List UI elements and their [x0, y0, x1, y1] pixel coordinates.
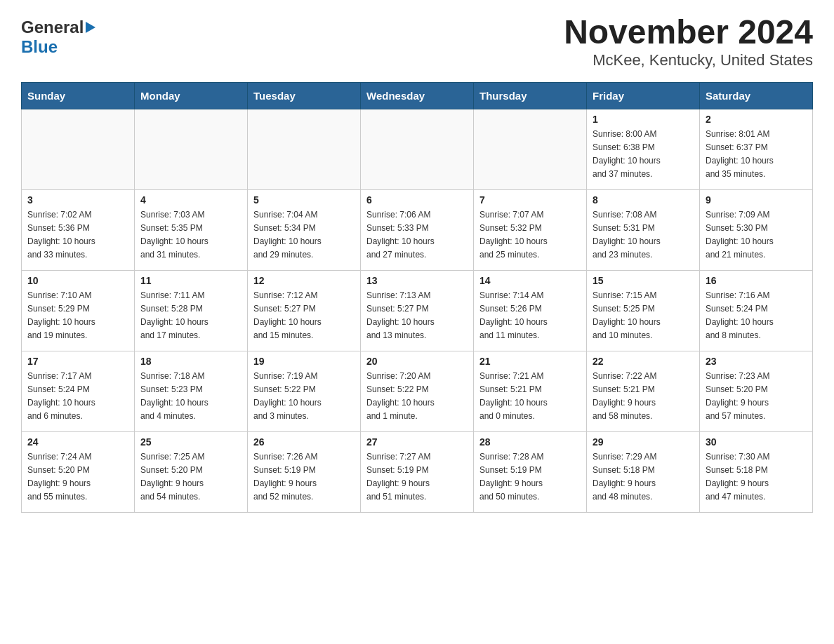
day-info: Sunrise: 7:07 AM Sunset: 5:32 PM Dayligh…: [479, 208, 581, 262]
logo-arrow-icon: [86, 22, 95, 33]
day-info: Sunrise: 7:29 AM Sunset: 5:18 PM Dayligh…: [593, 450, 694, 504]
calendar-cell: 3Sunrise: 7:02 AM Sunset: 5:36 PM Daylig…: [22, 189, 135, 270]
calendar-cell: [361, 109, 474, 189]
day-info: Sunrise: 7:10 AM Sunset: 5:29 PM Dayligh…: [27, 289, 128, 343]
calendar-cell: 11Sunrise: 7:11 AM Sunset: 5:28 PM Dayli…: [135, 270, 248, 351]
day-number: 9: [706, 194, 807, 206]
day-number: 2: [706, 114, 807, 125]
day-number: 7: [479, 194, 581, 206]
calendar-cell: 12Sunrise: 7:12 AM Sunset: 5:27 PM Dayli…: [248, 270, 361, 351]
calendar-cell: 16Sunrise: 7:16 AM Sunset: 5:24 PM Dayli…: [700, 270, 813, 351]
day-number: 5: [253, 194, 355, 206]
calendar-cell: 23Sunrise: 7:23 AM Sunset: 5:20 PM Dayli…: [700, 351, 813, 431]
day-info: Sunrise: 7:08 AM Sunset: 5:31 PM Dayligh…: [593, 208, 694, 262]
day-info: Sunrise: 7:19 AM Sunset: 5:22 PM Dayligh…: [253, 370, 355, 424]
calendar-cell: 15Sunrise: 7:15 AM Sunset: 5:25 PM Dayli…: [587, 270, 700, 351]
calendar-header-row: SundayMondayTuesdayWednesdayThursdayFrid…: [22, 82, 813, 109]
day-info: Sunrise: 7:27 AM Sunset: 5:19 PM Dayligh…: [366, 450, 468, 504]
calendar-cell: 10Sunrise: 7:10 AM Sunset: 5:29 PM Dayli…: [22, 270, 135, 351]
day-number: 1: [593, 114, 694, 125]
calendar-cell: 1Sunrise: 8:00 AM Sunset: 6:38 PM Daylig…: [587, 109, 700, 189]
calendar-cell: 7Sunrise: 7:07 AM Sunset: 5:32 PM Daylig…: [474, 189, 587, 270]
day-number: 24: [27, 436, 128, 448]
calendar-cell: 2Sunrise: 8:01 AM Sunset: 6:37 PM Daylig…: [700, 109, 813, 189]
calendar-cell: [22, 109, 135, 189]
day-number: 14: [479, 275, 581, 286]
calendar-cell: 22Sunrise: 7:22 AM Sunset: 5:21 PM Dayli…: [587, 351, 700, 431]
day-number: 13: [366, 275, 468, 286]
day-info: Sunrise: 8:01 AM Sunset: 6:37 PM Dayligh…: [706, 128, 807, 182]
calendar-cell: 5Sunrise: 7:04 AM Sunset: 5:34 PM Daylig…: [248, 189, 361, 270]
calendar-cell: 6Sunrise: 7:06 AM Sunset: 5:33 PM Daylig…: [361, 189, 474, 270]
calendar-cell: 27Sunrise: 7:27 AM Sunset: 5:19 PM Dayli…: [361, 431, 474, 512]
calendar-cell: 8Sunrise: 7:08 AM Sunset: 5:31 PM Daylig…: [587, 189, 700, 270]
day-number: 29: [593, 436, 694, 448]
day-number: 28: [479, 436, 581, 448]
calendar-week-row: 1Sunrise: 8:00 AM Sunset: 6:38 PM Daylig…: [22, 109, 813, 189]
day-info: Sunrise: 7:24 AM Sunset: 5:20 PM Dayligh…: [27, 450, 128, 504]
day-number: 6: [366, 194, 468, 206]
day-info: Sunrise: 7:25 AM Sunset: 5:20 PM Dayligh…: [140, 450, 241, 504]
calendar-header-monday: Monday: [135, 82, 248, 109]
day-info: Sunrise: 7:06 AM Sunset: 5:33 PM Dayligh…: [366, 208, 468, 262]
day-number: 30: [706, 436, 807, 448]
day-number: 22: [593, 356, 694, 367]
calendar-cell: 29Sunrise: 7:29 AM Sunset: 5:18 PM Dayli…: [587, 431, 700, 512]
day-number: 26: [253, 436, 355, 448]
day-info: Sunrise: 7:09 AM Sunset: 5:30 PM Dayligh…: [706, 208, 807, 262]
day-info: Sunrise: 7:16 AM Sunset: 5:24 PM Dayligh…: [706, 289, 807, 343]
day-number: 20: [366, 356, 468, 367]
day-info: Sunrise: 7:12 AM Sunset: 5:27 PM Dayligh…: [253, 289, 355, 343]
day-number: 27: [366, 436, 468, 448]
calendar-week-row: 10Sunrise: 7:10 AM Sunset: 5:29 PM Dayli…: [22, 270, 813, 351]
calendar-cell: 18Sunrise: 7:18 AM Sunset: 5:23 PM Dayli…: [135, 351, 248, 431]
calendar-cell: 4Sunrise: 7:03 AM Sunset: 5:35 PM Daylig…: [135, 189, 248, 270]
day-info: Sunrise: 7:20 AM Sunset: 5:22 PM Dayligh…: [366, 370, 468, 424]
calendar-header-thursday: Thursday: [474, 82, 587, 109]
day-info: Sunrise: 8:00 AM Sunset: 6:38 PM Dayligh…: [593, 128, 694, 182]
calendar-week-row: 24Sunrise: 7:24 AM Sunset: 5:20 PM Dayli…: [22, 431, 813, 512]
calendar-cell: 21Sunrise: 7:21 AM Sunset: 5:21 PM Dayli…: [474, 351, 587, 431]
calendar-cell: 26Sunrise: 7:26 AM Sunset: 5:19 PM Dayli…: [248, 431, 361, 512]
day-number: 17: [27, 356, 128, 367]
day-info: Sunrise: 7:21 AM Sunset: 5:21 PM Dayligh…: [479, 370, 581, 424]
day-info: Sunrise: 7:15 AM Sunset: 5:25 PM Dayligh…: [593, 289, 694, 343]
calendar-header-sunday: Sunday: [22, 82, 135, 109]
day-info: Sunrise: 7:02 AM Sunset: 5:36 PM Dayligh…: [27, 208, 128, 262]
page-subtitle: McKee, Kentucky, United States: [564, 51, 813, 69]
day-info: Sunrise: 7:14 AM Sunset: 5:26 PM Dayligh…: [479, 289, 581, 343]
calendar-header-friday: Friday: [587, 82, 700, 109]
calendar-table: SundayMondayTuesdayWednesdayThursdayFrid…: [21, 82, 813, 513]
page-header: General Blue November 2024 McKee, Kentuc…: [21, 14, 813, 69]
day-number: 8: [593, 194, 694, 206]
logo: General Blue: [21, 14, 95, 57]
calendar-cell: 9Sunrise: 7:09 AM Sunset: 5:30 PM Daylig…: [700, 189, 813, 270]
calendar-cell: 17Sunrise: 7:17 AM Sunset: 5:24 PM Dayli…: [22, 351, 135, 431]
day-info: Sunrise: 7:22 AM Sunset: 5:21 PM Dayligh…: [593, 370, 694, 424]
calendar-week-row: 3Sunrise: 7:02 AM Sunset: 5:36 PM Daylig…: [22, 189, 813, 270]
day-number: 16: [706, 275, 807, 286]
title-block: November 2024 McKee, Kentucky, United St…: [564, 14, 813, 69]
calendar-header-tuesday: Tuesday: [248, 82, 361, 109]
page-title: November 2024: [564, 14, 813, 51]
day-number: 19: [253, 356, 355, 367]
day-info: Sunrise: 7:26 AM Sunset: 5:19 PM Dayligh…: [253, 450, 355, 504]
day-info: Sunrise: 7:30 AM Sunset: 5:18 PM Dayligh…: [706, 450, 807, 504]
calendar-week-row: 17Sunrise: 7:17 AM Sunset: 5:24 PM Dayli…: [22, 351, 813, 431]
day-info: Sunrise: 7:13 AM Sunset: 5:27 PM Dayligh…: [366, 289, 468, 343]
day-number: 15: [593, 275, 694, 286]
day-info: Sunrise: 7:18 AM Sunset: 5:23 PM Dayligh…: [140, 370, 241, 424]
calendar-header-saturday: Saturday: [700, 82, 813, 109]
calendar-cell: 24Sunrise: 7:24 AM Sunset: 5:20 PM Dayli…: [22, 431, 135, 512]
calendar-cell: 13Sunrise: 7:13 AM Sunset: 5:27 PM Dayli…: [361, 270, 474, 351]
logo-blue-text: Blue: [21, 37, 58, 57]
calendar-cell: 20Sunrise: 7:20 AM Sunset: 5:22 PM Dayli…: [361, 351, 474, 431]
day-number: 12: [253, 275, 355, 286]
calendar-cell: [248, 109, 361, 189]
calendar-cell: 28Sunrise: 7:28 AM Sunset: 5:19 PM Dayli…: [474, 431, 587, 512]
day-info: Sunrise: 7:03 AM Sunset: 5:35 PM Dayligh…: [140, 208, 241, 262]
day-number: 4: [140, 194, 241, 206]
day-number: 11: [140, 275, 241, 286]
calendar-cell: 19Sunrise: 7:19 AM Sunset: 5:22 PM Dayli…: [248, 351, 361, 431]
calendar-cell: 25Sunrise: 7:25 AM Sunset: 5:20 PM Dayli…: [135, 431, 248, 512]
